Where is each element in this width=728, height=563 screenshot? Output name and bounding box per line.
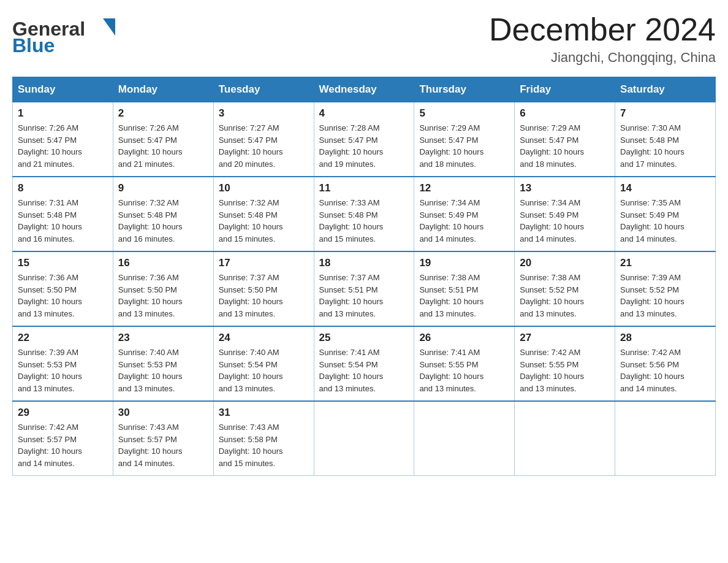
day-number: 21 <box>620 257 710 269</box>
table-row: 10 Sunrise: 7:32 AM Sunset: 5:48 PM Dayl… <box>213 177 314 251</box>
col-thursday: Thursday <box>414 77 515 102</box>
calendar-week-row: 29 Sunrise: 7:42 AM Sunset: 5:57 PM Dayl… <box>13 401 716 476</box>
table-row: 28 Sunrise: 7:42 AM Sunset: 5:56 PM Dayl… <box>615 326 716 401</box>
table-row <box>314 401 414 476</box>
table-row: 8 Sunrise: 7:31 AM Sunset: 5:48 PM Dayli… <box>13 177 113 251</box>
day-number: 9 <box>118 182 208 194</box>
day-number: 29 <box>18 407 108 419</box>
day-number: 5 <box>419 107 509 120</box>
col-sunday: Sunday <box>13 77 113 102</box>
day-number: 20 <box>520 257 610 269</box>
table-row: 11 Sunrise: 7:33 AM Sunset: 5:48 PM Dayl… <box>314 177 414 251</box>
day-number: 1 <box>18 107 108 120</box>
day-info: Sunrise: 7:32 AM Sunset: 5:48 PM Dayligh… <box>118 197 208 245</box>
day-number: 13 <box>520 182 610 194</box>
day-info: Sunrise: 7:38 AM Sunset: 5:52 PM Dayligh… <box>520 272 610 320</box>
table-row: 13 Sunrise: 7:34 AM Sunset: 5:49 PM Dayl… <box>515 177 615 251</box>
day-info: Sunrise: 7:41 AM Sunset: 5:55 PM Dayligh… <box>419 347 509 394</box>
day-number: 17 <box>219 257 309 269</box>
col-friday: Friday <box>515 77 615 102</box>
table-row: 18 Sunrise: 7:37 AM Sunset: 5:51 PM Dayl… <box>314 251 414 326</box>
table-row: 27 Sunrise: 7:42 AM Sunset: 5:55 PM Dayl… <box>515 326 615 401</box>
day-number: 8 <box>18 182 108 194</box>
day-info: Sunrise: 7:28 AM Sunset: 5:47 PM Dayligh… <box>319 122 409 170</box>
day-number: 23 <box>118 332 208 344</box>
table-row: 7 Sunrise: 7:30 AM Sunset: 5:48 PM Dayli… <box>615 102 716 177</box>
table-row: 16 Sunrise: 7:36 AM Sunset: 5:50 PM Dayl… <box>113 251 213 326</box>
table-row: 20 Sunrise: 7:38 AM Sunset: 5:52 PM Dayl… <box>515 251 615 326</box>
table-row: 26 Sunrise: 7:41 AM Sunset: 5:55 PM Dayl… <box>414 326 515 401</box>
day-number: 31 <box>219 407 309 419</box>
day-info: Sunrise: 7:41 AM Sunset: 5:54 PM Dayligh… <box>319 347 409 394</box>
col-saturday: Saturday <box>615 77 716 102</box>
day-number: 30 <box>118 407 208 419</box>
table-row: 14 Sunrise: 7:35 AM Sunset: 5:49 PM Dayl… <box>615 177 716 251</box>
day-info: Sunrise: 7:29 AM Sunset: 5:47 PM Dayligh… <box>520 122 610 170</box>
page-header: General Blue December 2024 Jiangchi, Cho… <box>12 12 716 66</box>
table-row: 29 Sunrise: 7:42 AM Sunset: 5:57 PM Dayl… <box>13 401 113 476</box>
day-number: 16 <box>118 257 208 269</box>
day-number: 10 <box>219 182 309 194</box>
logo: General Blue <box>12 12 129 54</box>
svg-text:Blue: Blue <box>12 34 55 54</box>
day-info: Sunrise: 7:36 AM Sunset: 5:50 PM Dayligh… <box>18 272 108 320</box>
table-row: 3 Sunrise: 7:27 AM Sunset: 5:47 PM Dayli… <box>213 102 314 177</box>
day-info: Sunrise: 7:40 AM Sunset: 5:53 PM Dayligh… <box>118 347 208 394</box>
table-row: 22 Sunrise: 7:39 AM Sunset: 5:53 PM Dayl… <box>13 326 113 401</box>
day-info: Sunrise: 7:30 AM Sunset: 5:48 PM Dayligh… <box>620 122 710 170</box>
location: Jiangchi, Chongqing, China <box>489 50 716 66</box>
day-number: 25 <box>319 332 409 344</box>
day-info: Sunrise: 7:37 AM Sunset: 5:51 PM Dayligh… <box>319 272 409 320</box>
table-row: 5 Sunrise: 7:29 AM Sunset: 5:47 PM Dayli… <box>414 102 515 177</box>
table-row: 24 Sunrise: 7:40 AM Sunset: 5:54 PM Dayl… <box>213 326 314 401</box>
day-info: Sunrise: 7:37 AM Sunset: 5:50 PM Dayligh… <box>219 272 309 320</box>
col-wednesday: Wednesday <box>314 77 414 102</box>
table-row <box>414 401 515 476</box>
table-row <box>515 401 615 476</box>
day-number: 27 <box>520 332 610 344</box>
day-number: 12 <box>419 182 509 194</box>
day-number: 19 <box>419 257 509 269</box>
day-number: 24 <box>219 332 309 344</box>
month-title: December 2024 <box>489 12 716 47</box>
day-number: 22 <box>18 332 108 344</box>
table-row: 1 Sunrise: 7:26 AM Sunset: 5:47 PM Dayli… <box>13 102 113 177</box>
table-row: 21 Sunrise: 7:39 AM Sunset: 5:52 PM Dayl… <box>615 251 716 326</box>
calendar-week-row: 8 Sunrise: 7:31 AM Sunset: 5:48 PM Dayli… <box>13 177 716 251</box>
calendar-week-row: 1 Sunrise: 7:26 AM Sunset: 5:47 PM Dayli… <box>13 102 716 177</box>
calendar-week-row: 22 Sunrise: 7:39 AM Sunset: 5:53 PM Dayl… <box>13 326 716 401</box>
table-row: 23 Sunrise: 7:40 AM Sunset: 5:53 PM Dayl… <box>113 326 213 401</box>
table-row: 9 Sunrise: 7:32 AM Sunset: 5:48 PM Dayli… <box>113 177 213 251</box>
day-number: 7 <box>620 107 710 120</box>
table-row: 30 Sunrise: 7:43 AM Sunset: 5:57 PM Dayl… <box>113 401 213 476</box>
table-row: 15 Sunrise: 7:36 AM Sunset: 5:50 PM Dayl… <box>13 251 113 326</box>
day-info: Sunrise: 7:40 AM Sunset: 5:54 PM Dayligh… <box>219 347 309 394</box>
day-info: Sunrise: 7:34 AM Sunset: 5:49 PM Dayligh… <box>419 197 509 245</box>
day-number: 28 <box>620 332 710 344</box>
day-info: Sunrise: 7:39 AM Sunset: 5:53 PM Dayligh… <box>18 347 108 394</box>
day-info: Sunrise: 7:34 AM Sunset: 5:49 PM Dayligh… <box>520 197 610 245</box>
calendar-week-row: 15 Sunrise: 7:36 AM Sunset: 5:50 PM Dayl… <box>13 251 716 326</box>
calendar-header-row: Sunday Monday Tuesday Wednesday Thursday… <box>13 77 716 102</box>
table-row: 31 Sunrise: 7:43 AM Sunset: 5:58 PM Dayl… <box>213 401 314 476</box>
logo-svg: General Blue <box>12 12 129 54</box>
day-info: Sunrise: 7:43 AM Sunset: 5:58 PM Dayligh… <box>219 421 309 469</box>
table-row: 4 Sunrise: 7:28 AM Sunset: 5:47 PM Dayli… <box>314 102 414 177</box>
day-info: Sunrise: 7:42 AM Sunset: 5:56 PM Dayligh… <box>620 347 710 394</box>
table-row: 12 Sunrise: 7:34 AM Sunset: 5:49 PM Dayl… <box>414 177 515 251</box>
col-monday: Monday <box>113 77 213 102</box>
table-row <box>615 401 716 476</box>
table-row: 19 Sunrise: 7:38 AM Sunset: 5:51 PM Dayl… <box>414 251 515 326</box>
day-info: Sunrise: 7:42 AM Sunset: 5:57 PM Dayligh… <box>18 421 108 469</box>
svg-marker-1 <box>103 18 115 36</box>
day-number: 2 <box>118 107 208 120</box>
day-number: 4 <box>319 107 409 120</box>
day-number: 14 <box>620 182 710 194</box>
day-info: Sunrise: 7:26 AM Sunset: 5:47 PM Dayligh… <box>118 122 208 170</box>
day-info: Sunrise: 7:29 AM Sunset: 5:47 PM Dayligh… <box>419 122 509 170</box>
day-info: Sunrise: 7:36 AM Sunset: 5:50 PM Dayligh… <box>118 272 208 320</box>
day-number: 6 <box>520 107 610 120</box>
day-number: 18 <box>319 257 409 269</box>
col-tuesday: Tuesday <box>213 77 314 102</box>
day-number: 15 <box>18 257 108 269</box>
